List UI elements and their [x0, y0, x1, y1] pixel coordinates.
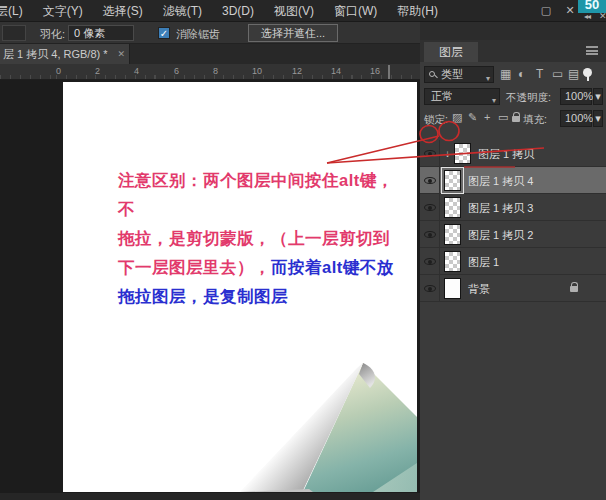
ruler-label: 2 — [95, 66, 100, 76]
layer-name[interactable]: 背景 — [468, 282, 490, 297]
canvas[interactable]: 注意区别：两个图层中间按住alt键，不 拖拉，是剪切蒙版，（上一层剪切到 下一层… — [63, 82, 417, 492]
layer-row-background[interactable]: 背景 — [420, 275, 606, 302]
note-line: 而按着alt键不放 — [271, 258, 394, 276]
menu-window[interactable]: 窗口(W) — [324, 0, 387, 22]
layer-thumbnail[interactable] — [444, 251, 461, 272]
opacity-input[interactable]: 100% — [560, 88, 592, 105]
layer-row-copy2[interactable]: 图层 1 拷贝 2 — [420, 221, 606, 248]
shape-filter-icon[interactable]: ▭ — [552, 67, 563, 81]
lock-artboard-icon[interactable]: ▭ — [498, 111, 508, 124]
note-line: 拖拉图层，是复制图层 — [118, 287, 288, 305]
layer-thumbnail[interactable] — [444, 278, 461, 299]
layer-filter-row: 类型 ▾ ▦ ◐ T ▭ ▤ — [420, 64, 606, 84]
canvas-bottom-strip — [0, 493, 420, 500]
ruler-label: 0 — [56, 66, 61, 76]
type-filter-icon[interactable]: T — [536, 67, 543, 81]
layer-row-layer1[interactable]: 图层 1 — [420, 248, 606, 275]
selection-mode-icon[interactable] — [2, 25, 26, 41]
layer-name[interactable]: 图层 1 拷贝 2 — [468, 228, 533, 243]
select-and-mask-button[interactable]: 选择并遮住... — [248, 24, 338, 42]
blend-mode-dropdown[interactable]: 正常 ▾ — [424, 88, 500, 105]
ruler-label: 12 — [292, 66, 302, 76]
visibility-eye-icon[interactable] — [424, 177, 436, 184]
layer-thumbnail[interactable] — [444, 224, 461, 245]
lock-transparency-icon[interactable]: ▨ — [452, 111, 462, 124]
ruler-label: 6 — [174, 66, 179, 76]
menu-type[interactable]: 文字(Y) — [33, 0, 93, 22]
layers-panel-header: 图层 — [420, 40, 606, 62]
opacity-chevron-icon[interactable]: ▾ — [593, 88, 603, 105]
fill-input[interactable]: 100% — [560, 110, 592, 127]
menu-filter[interactable]: 滤镜(T) — [153, 0, 212, 22]
ruler-label: 14 — [331, 66, 341, 76]
layer-filter-kind-dropdown[interactable]: 类型 ▾ — [424, 66, 494, 83]
chevron-down-icon: ▾ — [492, 93, 496, 108]
menu-view[interactable]: 视图(V) — [264, 0, 324, 22]
layer-name[interactable]: 图层 1 — [468, 255, 499, 270]
fill-label: 填充: — [523, 113, 547, 127]
ruler-label: 8 — [213, 66, 218, 76]
layers-panel: 类型 ▾ ▦ ◐ T ▭ ▤ 正常 ▾ 不透明度: 100% ▾ — [420, 62, 606, 500]
antialias-label: 消除锯齿 — [176, 27, 220, 42]
tab-layers[interactable]: 图层 — [424, 42, 478, 62]
layer-name[interactable]: 图层 1 拷贝 3 — [468, 201, 533, 216]
lock-position-icon[interactable]: + — [484, 111, 490, 123]
feather-label: 羽化: — [40, 27, 65, 42]
photoshop-window: 图层(L) 文字(Y) 选择(S) 滤镜(T) 3D(D) 视图(V) 窗口(W… — [0, 0, 606, 500]
note-line: 拖拉，是剪切蒙版，（上一层剪切到 — [118, 229, 390, 247]
blend-mode-value: 正常 — [431, 90, 453, 102]
tool-options-bar: 羽化: 0 像素 ✓ 消除锯齿 选择并遮住... — [0, 22, 424, 44]
visibility-eye-icon[interactable] — [424, 258, 436, 265]
layer-row-copy[interactable]: ↓ 图层 1 拷贝 — [420, 140, 606, 167]
opacity-label: 不透明度: — [506, 91, 551, 105]
filter-kind-label: 类型 — [441, 68, 463, 80]
ruler-label: 4 — [134, 66, 139, 76]
search-icon — [429, 71, 435, 77]
ruler-label: 16 — [370, 66, 380, 76]
layer-name[interactable]: 图层 1 拷贝 4 — [468, 174, 533, 189]
clipping-mask-arrow-icon: ↓ — [445, 148, 453, 158]
document-tab-bar: 层 1 拷贝 4, RGB/8) * ✕ — [0, 44, 424, 64]
pixel-layer-filter-icon[interactable]: ▦ — [500, 67, 511, 81]
layer-thumbnail[interactable] — [454, 143, 471, 164]
layer-name[interactable]: 图层 1 拷贝 — [478, 147, 534, 162]
layer-thumbnail[interactable] — [444, 197, 461, 218]
adjustment-filter-icon[interactable]: ◐ — [518, 67, 525, 81]
layer-row-copy4-selected[interactable]: 图层 1 拷贝 4 — [420, 167, 606, 194]
lock-pixels-icon[interactable]: ✎ — [468, 111, 477, 124]
lock-label: 锁定: — [424, 113, 448, 127]
panel-dock: 颜色 色板 渐变 图案 调整 路径 图层 类型 ▾ ▦ ◐ T ▭ ▤ — [420, 22, 606, 500]
menu-help[interactable]: 帮助(H) — [387, 0, 448, 22]
visibility-eye-icon[interactable] — [424, 150, 436, 157]
collapse-dock-icon[interactable]: ◂◂ — [584, 12, 590, 21]
blend-mode-row: 正常 ▾ 不透明度: 100% ▾ — [420, 86, 606, 106]
document-tab-close-icon[interactable]: ✕ — [117, 44, 125, 64]
chevron-down-icon: ▾ — [486, 71, 490, 86]
menu-bar: 图层(L) 文字(Y) 选择(S) 滤镜(T) 3D(D) 视图(V) 窗口(W… — [0, 0, 606, 22]
note-line: 下一层图层里去）， — [118, 258, 271, 276]
lock-row: 锁定: ▨ ✎ + ▭ 填充: 100% ▾ — [420, 108, 606, 128]
filter-toggle-icon[interactable] — [583, 68, 592, 77]
visibility-eye-icon[interactable] — [424, 204, 436, 211]
menu-layer[interactable]: 图层(L) — [0, 0, 33, 22]
menu-3d[interactable]: 3D(D) — [212, 0, 264, 22]
smart-object-filter-icon[interactable]: ▤ — [568, 67, 579, 81]
feather-input[interactable]: 0 像素 — [68, 25, 134, 41]
menu-select[interactable]: 选择(S) — [93, 0, 153, 22]
panel-menu-icon[interactable] — [586, 46, 598, 55]
antialias-checkbox[interactable]: ✓ — [158, 27, 170, 39]
document-tab-title: 层 1 拷贝 4, RGB/8) * — [3, 48, 108, 60]
layer-list: ↓ 图层 1 拷贝 图层 1 拷贝 4 图层 1 拷贝 3 — [420, 140, 606, 302]
layer-thumbnail[interactable] — [444, 170, 461, 191]
horizontal-ruler[interactable]: 0 2 4 6 8 10 12 14 16 — [0, 64, 420, 80]
restore-window-button[interactable]: ▢ — [534, 0, 558, 20]
background-lock-icon — [570, 286, 578, 292]
fill-chevron-icon[interactable]: ▾ — [593, 110, 603, 127]
lock-all-icon[interactable] — [512, 116, 520, 122]
document-tab[interactable]: 层 1 拷贝 4, RGB/8) * ✕ — [0, 44, 130, 64]
layer-row-copy3[interactable]: 图层 1 拷贝 3 — [420, 194, 606, 221]
note-line: 注意区别：两个图层中间按住alt键，不 — [118, 171, 394, 218]
visibility-eye-icon[interactable] — [424, 285, 436, 292]
visibility-eye-icon[interactable] — [424, 231, 436, 238]
dock-close-icon[interactable]: ✕ — [599, 11, 606, 21]
